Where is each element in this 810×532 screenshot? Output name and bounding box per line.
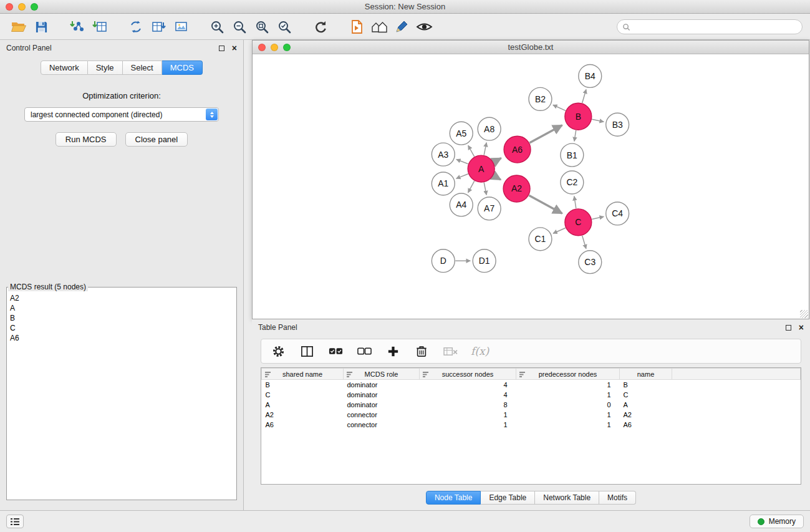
mcds-result-item[interactable]: C	[10, 323, 233, 333]
graph-edge[interactable]	[553, 105, 566, 110]
mcds-result-item[interactable]: B	[10, 313, 233, 323]
delete-column-button[interactable]	[413, 341, 430, 361]
table-cell[interactable]: 4	[420, 390, 516, 400]
network-canvas[interactable]: B4B2BB3A5A8A6A3B1AC2A1A2A4A7C4CC1DD1C3	[253, 55, 809, 319]
minimize-network-icon[interactable]	[271, 44, 278, 51]
home-button[interactable]	[368, 16, 390, 37]
graph-node-D[interactable]: D	[432, 249, 455, 273]
close-panel-icon[interactable]: ×	[232, 45, 237, 51]
save-session-button[interactable]	[30, 16, 52, 37]
maximize-network-icon[interactable]	[283, 44, 291, 51]
delete-table-button[interactable]	[442, 341, 458, 361]
table-cell[interactable]: 4	[420, 380, 516, 390]
graph-node-B3[interactable]: B3	[606, 113, 629, 136]
graph-node-B[interactable]: B	[565, 103, 592, 130]
close-panel-button[interactable]: Close panel	[125, 132, 188, 147]
criterion-dropdown[interactable]: largest connected component (directed)	[24, 107, 219, 122]
show-columns-button[interactable]	[299, 341, 315, 361]
close-table-panel-icon[interactable]: ×	[799, 324, 804, 331]
graph-node-A2[interactable]: A2	[503, 175, 530, 202]
table-cell[interactable]: A6	[620, 420, 672, 430]
table-cell[interactable]: B	[262, 380, 344, 390]
graph-node-C1[interactable]: C1	[529, 228, 552, 251]
graph-edge[interactable]	[493, 158, 501, 162]
search-field[interactable]	[617, 19, 803, 34]
graph-node-B1[interactable]: B1	[561, 143, 584, 167]
graph-edge[interactable]	[493, 176, 501, 180]
minimize-window-icon[interactable]	[18, 3, 26, 11]
tab-edge-table[interactable]: Edge Table	[481, 491, 535, 505]
panel-menu-button[interactable]	[6, 515, 24, 528]
memory-button[interactable]: Memory	[750, 515, 804, 528]
graph-node-A6[interactable]: A6	[504, 136, 531, 163]
table-cell[interactable]: 0	[516, 400, 620, 410]
table-cell[interactable]: dominator	[344, 390, 420, 400]
zoom-fit-button[interactable]	[251, 16, 273, 37]
resize-grip[interactable]	[800, 310, 808, 318]
maximize-window-icon[interactable]	[31, 3, 38, 11]
search-input[interactable]	[634, 21, 797, 33]
paint-style-button[interactable]	[390, 16, 413, 37]
table-cell[interactable]: 1	[516, 420, 620, 430]
graph-node-A3[interactable]: A3	[432, 143, 455, 166]
graph-node-A8[interactable]: A8	[478, 117, 501, 140]
graph-edge[interactable]	[468, 145, 475, 157]
graph-edge[interactable]	[468, 181, 475, 193]
deselect-all-button[interactable]	[356, 341, 372, 361]
tab-network-table[interactable]: Network Table	[535, 491, 599, 505]
table-cell[interactable]: C	[262, 390, 344, 400]
table-row[interactable]: Cdominator41C	[262, 390, 801, 400]
table-cell[interactable]: 1	[420, 410, 516, 420]
table-cell[interactable]: 8	[420, 400, 516, 410]
graph-node-C2[interactable]: C2	[561, 171, 584, 194]
float-panel-icon[interactable]	[219, 46, 224, 51]
table-cell[interactable]: 1	[420, 420, 516, 430]
graph-node-B4[interactable]: B4	[579, 64, 602, 87]
table-cell[interactable]: B	[620, 380, 672, 390]
graph-edge[interactable]	[456, 160, 468, 164]
open-file-button[interactable]	[7, 16, 30, 37]
tab-mcds[interactable]: MCDS	[162, 60, 203, 75]
graph-node-C4[interactable]: C4	[606, 202, 629, 225]
column-header-mcds-role[interactable]: MCDS role	[344, 369, 420, 380]
zoom-in-button[interactable]	[206, 16, 228, 37]
table-cell[interactable]: C	[620, 390, 672, 400]
import-table-button[interactable]	[89, 16, 111, 37]
table-cell[interactable]: A2	[262, 410, 344, 420]
table-cell[interactable]: connector	[344, 420, 420, 430]
show-hide-button[interactable]	[413, 16, 435, 37]
float-table-panel-icon[interactable]	[786, 325, 791, 331]
graph-edge[interactable]	[484, 183, 486, 195]
mcds-result-list[interactable]: A2ABCA6	[7, 291, 236, 500]
select-all-button[interactable]	[327, 341, 344, 361]
table-row[interactable]: A2connector11A2	[262, 410, 801, 420]
mcds-result-item[interactable]: A6	[10, 333, 233, 343]
table-cell[interactable]: 1	[516, 390, 620, 400]
graph-node-A5[interactable]: A5	[450, 122, 473, 145]
network-tools-button[interactable]	[125, 16, 147, 37]
tab-style[interactable]: Style	[88, 60, 123, 75]
graph-edge[interactable]	[592, 119, 604, 122]
graph-edge[interactable]	[529, 125, 562, 143]
table-row[interactable]: Adominator80A	[262, 400, 801, 410]
export-table-button[interactable]	[147, 16, 170, 37]
zoom-out-button[interactable]	[228, 16, 251, 37]
network-graph[interactable]: B4B2BB3A5A8A6A3B1AC2A1A2A4A7C4CC1DD1C3	[253, 55, 809, 319]
add-column-button[interactable]	[385, 341, 401, 361]
function-builder-button[interactable]: f(x)	[471, 341, 489, 361]
table-cell[interactable]: A2	[620, 410, 672, 420]
export-image-button[interactable]	[170, 16, 192, 37]
graph-node-A1[interactable]: A1	[432, 172, 455, 195]
graph-edge[interactable]	[456, 174, 468, 179]
import-network-button[interactable]	[66, 16, 89, 37]
table-cell[interactable]: A	[620, 400, 672, 410]
tab-network[interactable]: Network	[41, 60, 88, 75]
refresh-button[interactable]	[309, 16, 332, 37]
graph-node-B2[interactable]: B2	[529, 87, 552, 110]
table-cell[interactable]: dominator	[344, 380, 420, 390]
table-cell[interactable]: connector	[344, 410, 420, 420]
tab-node-table[interactable]: Node Table	[426, 491, 481, 505]
column-header-shared-name[interactable]: shared name	[262, 369, 344, 380]
graph-edge[interactable]	[529, 195, 562, 213]
table-cell[interactable]: A	[262, 400, 344, 410]
